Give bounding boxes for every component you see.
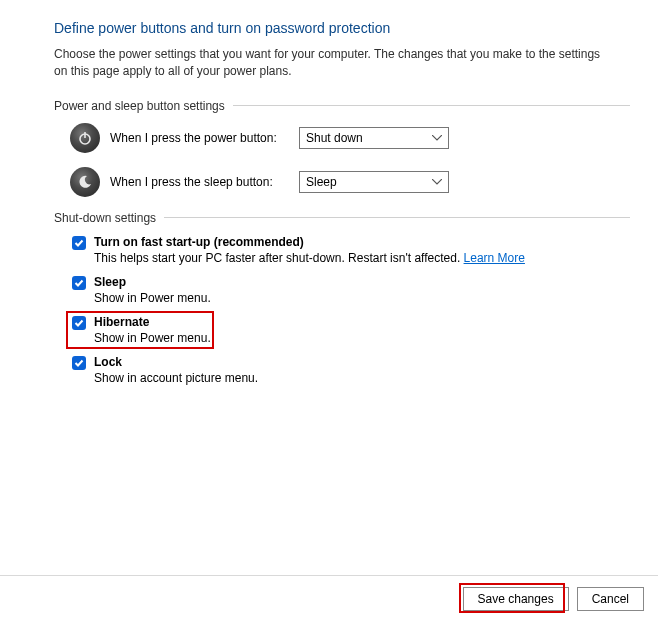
checkbox-fast-startup[interactable] — [72, 236, 86, 250]
section-header-buttons: Power and sleep button settings — [54, 99, 630, 113]
sleep-sub: Show in Power menu. — [94, 291, 211, 305]
cancel-button[interactable]: Cancel — [577, 587, 644, 611]
checkbox-item-hibernate: Hibernate Show in Power menu. — [72, 315, 630, 345]
power-button-select[interactable]: Shut down — [299, 127, 449, 149]
section-header-shutdown-text: Shut-down settings — [54, 211, 156, 225]
hibernate-label: Hibernate — [94, 315, 211, 329]
page-title: Define power buttons and turn on passwor… — [54, 20, 630, 36]
save-button[interactable]: Save changes — [463, 587, 569, 611]
section-header-buttons-text: Power and sleep button settings — [54, 99, 225, 113]
fast-startup-sub: This helps start your PC faster after sh… — [94, 251, 525, 265]
checkbox-item-lock: Lock Show in account picture menu. — [72, 355, 630, 385]
moon-icon — [70, 167, 100, 197]
checkbox-hibernate[interactable] — [72, 316, 86, 330]
divider — [233, 105, 630, 106]
section-header-shutdown: Shut-down settings — [54, 211, 630, 225]
checkbox-item-fast-startup: Turn on fast start-up (recommended) This… — [72, 235, 630, 265]
divider — [164, 217, 630, 218]
lock-sub: Show in account picture menu. — [94, 371, 258, 385]
power-icon — [70, 123, 100, 153]
power-button-label: When I press the power button: — [110, 131, 287, 145]
learn-more-link[interactable]: Learn More — [464, 251, 525, 265]
checkbox-item-sleep: Sleep Show in Power menu. — [72, 275, 630, 305]
fast-startup-label: Turn on fast start-up (recommended) — [94, 235, 525, 249]
checkbox-sleep[interactable] — [72, 276, 86, 290]
page-description: Choose the power settings that you want … — [54, 46, 614, 81]
footer-bar: Save changes Cancel — [0, 575, 658, 621]
hibernate-sub: Show in Power menu. — [94, 331, 211, 345]
sleep-button-label: When I press the sleep button: — [110, 175, 287, 189]
sleep-button-select[interactable]: Sleep — [299, 171, 449, 193]
sleep-label: Sleep — [94, 275, 211, 289]
sleep-button-row: When I press the sleep button: Sleep — [70, 167, 630, 197]
power-button-row: When I press the power button: Shut down — [70, 123, 630, 153]
checkbox-lock[interactable] — [72, 356, 86, 370]
lock-label: Lock — [94, 355, 258, 369]
